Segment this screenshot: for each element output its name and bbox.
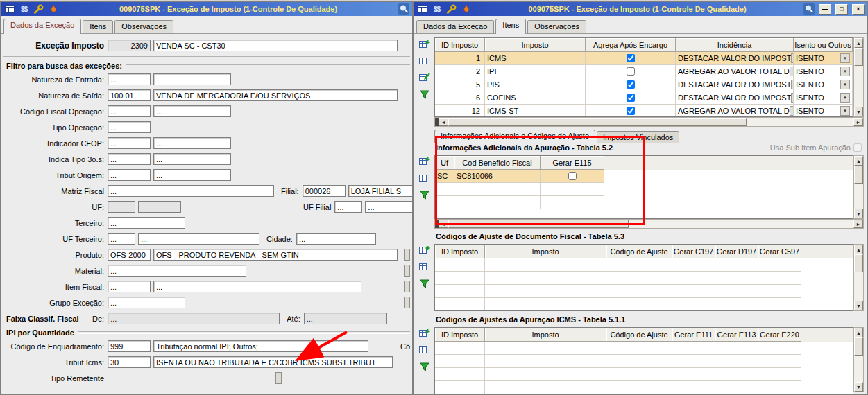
scroll-left-button[interactable]: ◄	[439, 220, 448, 228]
scrollbar-track[interactable]	[854, 337, 863, 382]
scrollbar-thumb[interactable]	[854, 337, 863, 356]
zoom-icon[interactable]	[398, 3, 409, 15]
gerar-e115-cell[interactable]	[541, 170, 604, 183]
table-arrow-icon[interactable]	[418, 72, 431, 83]
scroll-down-button[interactable]: ▼	[854, 107, 863, 116]
tab-dados-da-excecao[interactable]: Dados da Exceção	[416, 20, 494, 33]
uf-terceiro-field-1[interactable]	[108, 233, 135, 245]
table-icon[interactable]	[418, 55, 431, 67]
add-row-icon[interactable]	[418, 39, 431, 50]
empty-cell[interactable]	[606, 272, 672, 285]
scrollbar-track[interactable]	[854, 48, 863, 107]
tribut-origem-field-2[interactable]	[153, 169, 231, 181]
impostos-vscrollbar[interactable]: ▲ ▼	[853, 37, 864, 117]
empty-cell[interactable]	[715, 381, 758, 394]
empty-row[interactable]	[435, 258, 801, 272]
empty-cell[interactable]	[715, 355, 758, 368]
codigo-fiscal-operacao-field-1[interactable]	[108, 105, 151, 117]
terceiro-field[interactable]	[108, 217, 185, 229]
tribut-origem-field-1[interactable]	[108, 169, 151, 181]
empty-cell[interactable]	[606, 298, 672, 311]
material-field[interactable]	[108, 265, 246, 276]
empty-cell[interactable]	[715, 342, 758, 355]
scroll-down-button[interactable]: ▼	[854, 382, 863, 392]
isento-cell[interactable]: ISENTO▼	[794, 52, 853, 65]
empty-cell[interactable]	[485, 285, 606, 298]
indicador-cfop-field-1[interactable]	[108, 137, 151, 149]
scroll-up-button[interactable]: ▲	[854, 38, 863, 48]
uf-filial-field-2[interactable]	[365, 201, 413, 213]
agrega-cell[interactable]	[586, 91, 676, 105]
incidencia-cell[interactable]: AGREGAR AO VALOR TOTAL D▼	[676, 105, 794, 117]
empty-cell[interactable]	[541, 183, 604, 196]
empty-cell[interactable]	[485, 381, 606, 394]
dropdown-button[interactable]: ▼	[840, 53, 850, 63]
empty-cell[interactable]	[435, 196, 454, 209]
empty-cell[interactable]	[672, 381, 715, 394]
empty-cell[interactable]	[485, 368, 606, 381]
dropdown-button[interactable]: ▼	[840, 93, 850, 103]
tab-dados-da-excecao[interactable]: Dados da Exceção	[3, 19, 81, 34]
agrega-checkbox[interactable]	[627, 54, 635, 62]
tribut-icms-code-field[interactable]	[108, 356, 151, 368]
scrollbar-track[interactable]	[629, 220, 853, 228]
natureza-saida-code-field[interactable]	[108, 89, 151, 101]
empty-cell[interactable]	[715, 258, 758, 272]
empty-cell[interactable]	[672, 342, 715, 355]
empty-row[interactable]	[435, 381, 801, 394]
imposto-cell[interactable]: PIS	[485, 78, 586, 91]
indica-tipo-3os-field-1[interactable]	[108, 153, 151, 165]
impostos-row-icms[interactable]: 1 ICMS DESTACAR VALOR DO IMPOST▼ ISENTO▼	[435, 52, 853, 65]
empty-row[interactable]	[435, 272, 801, 285]
grupo-excecao-lookup-button[interactable]	[404, 297, 410, 308]
scroll-left-button[interactable]: ◄	[439, 118, 448, 126]
scroll-up-button[interactable]: ▲	[854, 245, 863, 254]
incidencia-cell[interactable]: DESTACAR VALOR DO IMPOST▼	[676, 52, 794, 65]
dropdown-button[interactable]: ▼	[840, 80, 850, 89]
empty-cell[interactable]	[758, 355, 801, 368]
dropdown-button[interactable]: ▼	[840, 67, 850, 76]
scrollbar-thumb[interactable]	[448, 220, 629, 228]
empty-cell[interactable]	[758, 368, 801, 381]
faixa-ate-field[interactable]	[304, 313, 387, 324]
codigo-fiscal-operacao-field-2[interactable]	[153, 105, 231, 117]
scrollbar-thumb[interactable]	[448, 118, 747, 126]
scrollbar-track[interactable]	[747, 118, 853, 126]
empty-cell[interactable]	[758, 285, 801, 298]
impostos-hscrollbar[interactable]: ◄ ►	[434, 117, 864, 127]
tab-observacoes[interactable]: Observações	[114, 20, 173, 33]
left-titlebar[interactable]: $$ 009075SPK - Exceção de Imposto (1-Con…	[1, 2, 412, 16]
produto-code-field[interactable]	[108, 249, 151, 261]
empty-row[interactable]	[435, 196, 604, 209]
id-cell[interactable]: 1	[435, 52, 485, 65]
add-row-icon[interactable]	[418, 245, 431, 256]
codigo-enquadramento-field[interactable]	[108, 340, 151, 352]
apuracao-icms-vscrollbar[interactable]: ▲ ▼	[853, 327, 864, 392]
table-icon[interactable]	[418, 344, 431, 356]
empty-cell[interactable]	[541, 196, 604, 209]
empty-cell[interactable]	[672, 355, 715, 368]
cidade-field[interactable]	[296, 233, 376, 245]
isento-cell[interactable]: ISENTO▼	[794, 105, 853, 117]
empty-row[interactable]	[435, 342, 801, 355]
empty-cell[interactable]	[485, 298, 606, 311]
codigo-enquadramento-desc-field[interactable]	[153, 340, 368, 352]
empty-cell[interactable]	[606, 355, 672, 368]
impostos-row-cofins[interactable]: 6 COFINS DESTACAR VALOR DO IMPOST▼ ISENT…	[435, 91, 853, 105]
empty-cell[interactable]	[758, 298, 801, 311]
empty-cell[interactable]	[435, 272, 485, 285]
id-cell[interactable]: 6	[435, 91, 485, 105]
empty-cell[interactable]	[435, 381, 485, 394]
table-icon[interactable]	[418, 173, 431, 184]
agrega-checkbox[interactable]	[627, 94, 635, 102]
empty-cell[interactable]	[672, 258, 715, 272]
imposto-cell[interactable]: ICMS	[485, 52, 586, 65]
uf-field-2[interactable]	[138, 201, 181, 213]
empty-cell[interactable]	[606, 368, 672, 381]
excecao-imposto-code-field[interactable]	[108, 40, 151, 51]
scroll-up-button[interactable]: ▲	[854, 156, 863, 166]
filter-icon[interactable]	[418, 189, 431, 200]
agrega-checkbox[interactable]	[627, 107, 635, 115]
empty-cell[interactable]	[435, 342, 485, 355]
grupo-excecao-field[interactable]	[108, 297, 185, 308]
